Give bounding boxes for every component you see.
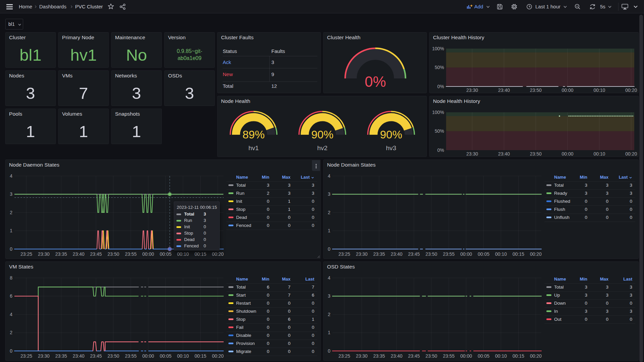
svg-text:00:05: 00:05 [160, 353, 171, 359]
svg-text:23:50: 23:50 [107, 353, 119, 359]
svg-text:23:45: 23:45 [408, 353, 420, 359]
svg-text:00:00: 00:00 [562, 151, 574, 157]
svg-text:00:00: 00:00 [142, 251, 154, 257]
svg-text:00:00: 00:00 [142, 353, 154, 359]
svg-text:23:40: 23:40 [498, 151, 510, 157]
svg-text:8: 8 [10, 275, 12, 281]
svg-text:2: 2 [10, 210, 12, 215]
svg-text:23:55: 23:55 [443, 353, 454, 359]
svg-text:3: 3 [328, 293, 330, 299]
svg-text:23:35: 23:35 [55, 251, 67, 257]
svg-text:00:20: 00:20 [625, 151, 637, 157]
svg-text:23:30: 23:30 [38, 251, 50, 257]
svg-text:00:15: 00:15 [195, 353, 206, 359]
svg-text:hv2: hv2 [317, 144, 328, 152]
svg-text:0: 0 [328, 348, 330, 354]
svg-text:00:15: 00:15 [513, 251, 524, 257]
svg-text:23:35: 23:35 [373, 353, 385, 359]
svg-text:23:45: 23:45 [90, 251, 102, 257]
svg-text:23:25: 23:25 [338, 353, 350, 359]
svg-text:100%: 100% [432, 110, 444, 115]
svg-text:23:50: 23:50 [530, 151, 542, 157]
svg-text:23:45: 23:45 [408, 251, 420, 257]
svg-text:00:00: 00:00 [460, 251, 472, 257]
svg-text:4: 4 [10, 312, 12, 317]
svg-text:2: 2 [328, 210, 330, 215]
svg-text:00:10: 00:10 [593, 151, 605, 157]
svg-text:23:35: 23:35 [55, 353, 67, 359]
svg-text:00:05: 00:05 [478, 353, 489, 359]
svg-text:0%: 0% [437, 147, 444, 153]
svg-text:23:40: 23:40 [73, 353, 85, 359]
svg-text:2: 2 [10, 330, 12, 335]
svg-text:23:30: 23:30 [466, 87, 478, 93]
svg-text:0: 0 [328, 246, 330, 252]
svg-text:00:05: 00:05 [160, 251, 171, 257]
svg-text:23:40: 23:40 [73, 251, 85, 257]
svg-text:4: 4 [328, 173, 330, 179]
svg-text:23:50: 23:50 [425, 251, 437, 257]
svg-text:23:40: 23:40 [498, 87, 510, 93]
svg-text:90%: 90% [311, 128, 333, 141]
svg-text:00:15: 00:15 [195, 251, 206, 257]
svg-text:3: 3 [328, 191, 330, 197]
svg-text:1: 1 [328, 330, 330, 335]
svg-text:23:55: 23:55 [443, 251, 454, 257]
svg-text:00:20: 00:20 [212, 353, 224, 359]
svg-text:23:50: 23:50 [530, 87, 542, 93]
svg-text:00:05: 00:05 [478, 251, 489, 257]
svg-text:1: 1 [328, 228, 330, 233]
svg-text:2: 2 [328, 312, 330, 317]
svg-text:00:00: 00:00 [562, 87, 574, 93]
svg-text:4: 4 [328, 275, 330, 281]
svg-text:0: 0 [10, 246, 12, 252]
svg-text:23:50: 23:50 [107, 251, 119, 257]
svg-text:23:50: 23:50 [425, 353, 437, 359]
svg-text:0%: 0% [437, 84, 444, 89]
svg-text:00:10: 00:10 [177, 251, 189, 257]
svg-text:23:30: 23:30 [356, 251, 368, 257]
svg-text:hv3: hv3 [386, 144, 396, 152]
svg-text:23:40: 23:40 [391, 353, 402, 359]
svg-text:23:30: 23:30 [38, 353, 50, 359]
svg-text:00:10: 00:10 [495, 353, 507, 359]
svg-text:23:55: 23:55 [125, 353, 137, 359]
svg-text:00:20: 00:20 [530, 353, 542, 359]
svg-text:50%: 50% [435, 65, 444, 70]
svg-text:23:35: 23:35 [373, 251, 385, 257]
svg-text:23:30: 23:30 [466, 151, 478, 157]
svg-text:00:20: 00:20 [530, 251, 542, 257]
svg-text:23:40: 23:40 [391, 251, 402, 257]
svg-text:00:10: 00:10 [593, 87, 605, 93]
svg-text:3: 3 [10, 191, 12, 197]
svg-text:89%: 89% [243, 128, 265, 141]
svg-text:4: 4 [10, 173, 12, 179]
svg-text:0: 0 [10, 348, 12, 354]
svg-text:00:00: 00:00 [460, 353, 472, 359]
svg-text:100%: 100% [432, 46, 444, 51]
svg-text:00:10: 00:10 [177, 353, 189, 359]
svg-text:90%: 90% [380, 128, 402, 141]
svg-text:6: 6 [10, 293, 12, 299]
svg-text:23:55: 23:55 [125, 251, 137, 257]
svg-text:23:30: 23:30 [356, 353, 368, 359]
svg-text:00:20: 00:20 [625, 87, 637, 93]
svg-text:00:15: 00:15 [513, 353, 524, 359]
svg-text:0%: 0% [365, 73, 386, 90]
svg-text:1: 1 [10, 228, 12, 233]
svg-text:00:10: 00:10 [495, 251, 507, 257]
svg-text:23:25: 23:25 [20, 251, 32, 257]
svg-text:23:45: 23:45 [90, 353, 102, 359]
svg-text:23:25: 23:25 [20, 353, 32, 359]
svg-text:00:20: 00:20 [212, 251, 224, 257]
svg-text:23:25: 23:25 [338, 251, 350, 257]
svg-text:50%: 50% [435, 128, 444, 134]
svg-text:hv1: hv1 [249, 144, 259, 152]
